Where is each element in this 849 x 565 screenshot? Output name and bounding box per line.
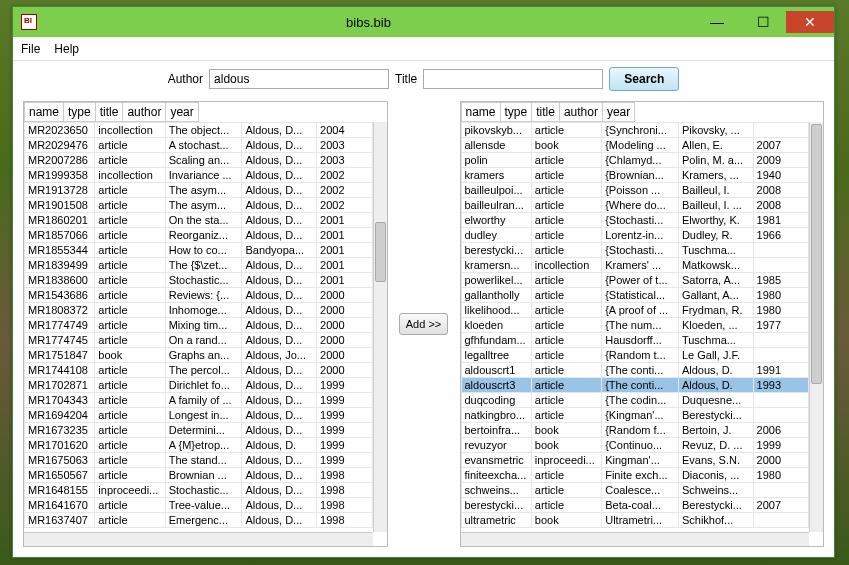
col-author[interactable]: author (123, 103, 166, 122)
col-year[interactable]: year (602, 103, 634, 122)
table-row[interactable]: revuzyorbook{Continuo...Revuz, D. ...199… (461, 438, 809, 453)
left-table-wrap: name type title author year MR2023650inc… (23, 101, 388, 547)
table-row[interactable]: MR1650567articleBrownian ...Aldous, D...… (25, 468, 373, 483)
title-input[interactable] (423, 69, 603, 89)
maximize-button[interactable]: ☐ (740, 11, 786, 33)
table-row[interactable]: MR1839499articleThe {$\zet...Aldous, D..… (25, 258, 373, 273)
table-row[interactable]: berestycki...article{Stochasti...Tuschma… (461, 243, 809, 258)
cell-year (753, 408, 808, 423)
author-input[interactable] (209, 69, 389, 89)
table-row[interactable]: powerlikel...article{Power of t...Satorr… (461, 273, 809, 288)
table-row[interactable]: elworthyarticle{Stochasti...Elworthy, K.… (461, 213, 809, 228)
menu-file[interactable]: File (21, 42, 40, 56)
middle-panel: Add >> (394, 101, 454, 547)
cell-type: article (531, 318, 601, 333)
cell-year: 1998 (317, 483, 372, 498)
table-row[interactable]: MR1751847bookGraphs an...Aldous, Jo...20… (25, 348, 373, 363)
minimize-button[interactable]: — (694, 11, 740, 33)
cell-author: Matkowsk... (678, 258, 753, 273)
left-vscrollbar[interactable] (373, 122, 387, 532)
table-row[interactable]: schweins...articleCoalesce...Schweins... (461, 483, 809, 498)
cell-year: 2000 (317, 333, 372, 348)
table-row[interactable]: MR1774745articleOn a rand...Aldous, D...… (25, 333, 373, 348)
cell-name: MR1855344 (25, 243, 95, 258)
table-row[interactable]: MR1675063articleThe stand...Aldous, D...… (25, 453, 373, 468)
cell-year: 1940 (753, 168, 808, 183)
table-row[interactable]: natkingbro...article{Kingman'...Berestyc… (461, 408, 809, 423)
table-row[interactable]: evansmetricinproceedi...Kingman'...Evans… (461, 453, 809, 468)
table-row[interactable]: berestycki...articleBeta-coal...Berestyc… (461, 498, 809, 513)
table-row[interactable]: dudleyarticleLorentz-in...Dudley, R.1966 (461, 228, 809, 243)
table-row[interactable]: MR2023650incollectionThe object...Aldous… (25, 123, 373, 138)
table-row[interactable]: MR2007286articleScaling an...Aldous, D..… (25, 153, 373, 168)
table-row[interactable]: legalltreearticle{Random t...Le Gall, J.… (461, 348, 809, 363)
right-vscrollbar[interactable] (809, 122, 823, 532)
menu-help[interactable]: Help (54, 42, 79, 56)
table-row[interactable]: aldouscrt3article{The conti...Aldous, D.… (461, 378, 809, 393)
table-row[interactable]: MR1701620articleA {M}etrop...Aldous, D.1… (25, 438, 373, 453)
close-button[interactable]: ✕ (786, 11, 834, 33)
table-row[interactable]: likelihood...article{A proof of ...Frydm… (461, 303, 809, 318)
table-row[interactable]: gfhfundam...articleHausdorff...Tuschma..… (461, 333, 809, 348)
cell-type: book (531, 438, 601, 453)
table-row[interactable]: aldouscrt1article{The conti...Aldous, D.… (461, 363, 809, 378)
right-hscrollbar[interactable] (461, 532, 810, 546)
table-row[interactable]: MR1704343articleA family of ...Aldous, D… (25, 393, 373, 408)
cell-name: MR1641670 (25, 498, 95, 513)
table-row[interactable]: MR1901508articleThe asym...Aldous, D...2… (25, 198, 373, 213)
left-hscrollbar[interactable] (24, 532, 373, 546)
table-row[interactable]: bailleulpoi...article{Poisson ...Bailleu… (461, 183, 809, 198)
cell-title: {Synchroni... (602, 123, 679, 138)
table-row[interactable]: finiteexcha...articleFinite exch...Diaco… (461, 468, 809, 483)
table-row[interactable]: MR1838600articleStochastic...Aldous, D..… (25, 273, 373, 288)
table-row[interactable]: bailleulran...article{Where do...Bailleu… (461, 198, 809, 213)
table-row[interactable]: MR1673235articleDetermini...Aldous, D...… (25, 423, 373, 438)
col-name[interactable]: name (25, 103, 64, 122)
col-type[interactable]: type (64, 103, 96, 122)
table-row[interactable]: kloedenarticle{The num...Kloeden, ...197… (461, 318, 809, 333)
cell-author: Gallant, A... (678, 288, 753, 303)
table-row[interactable]: MR1641670articleTree-value...Aldous, D..… (25, 498, 373, 513)
table-row[interactable]: MR1694204articleLongest in...Aldous, D..… (25, 408, 373, 423)
table-row[interactable]: MR1774749articleMixing tim...Aldous, D..… (25, 318, 373, 333)
table-row[interactable]: duqcodingarticle{The codin...Duquesne... (461, 393, 809, 408)
cell-author: Schikhof... (678, 513, 753, 528)
table-row[interactable]: MR1648155inproceedi...Stochastic...Aldou… (25, 483, 373, 498)
cell-author: Aldous, D... (242, 408, 317, 423)
table-row[interactable]: MR1702871articleDirichlet fo...Aldous, D… (25, 378, 373, 393)
table-row[interactable]: MR1637407articleEmergenc...Aldous, D...1… (25, 513, 373, 528)
table-row[interactable]: MR2029476articleA stochast...Aldous, D..… (25, 138, 373, 153)
table-row[interactable]: MR1857066articleReorganiz...Aldous, D...… (25, 228, 373, 243)
table-row[interactable]: gallanthollyarticle{Statistical...Gallan… (461, 288, 809, 303)
cell-type: article (531, 348, 601, 363)
table-row[interactable]: MR1543686articleReviews: {...Aldous, D..… (25, 288, 373, 303)
table-row[interactable]: MR1855344articleHow to co...Bandyopa...2… (25, 243, 373, 258)
col-title[interactable]: title (532, 103, 560, 122)
cell-title: Reorganiz... (165, 228, 242, 243)
cell-author: Aldous, D... (242, 513, 317, 528)
table-row[interactable]: MR1860201articleOn the sta...Aldous, D..… (25, 213, 373, 228)
col-author[interactable]: author (559, 103, 602, 122)
table-row[interactable]: MR1913728articleThe asym...Aldous, D...2… (25, 183, 373, 198)
table-row[interactable]: MR1744108articleThe percol...Aldous, D..… (25, 363, 373, 378)
col-name[interactable]: name (461, 103, 500, 122)
cell-author: Aldous, D... (242, 498, 317, 513)
add-button[interactable]: Add >> (399, 313, 448, 335)
col-title[interactable]: title (95, 103, 123, 122)
table-row[interactable]: bertoinfra...book{Random f...Bertoin, J.… (461, 423, 809, 438)
cell-author: Aldous, D... (242, 453, 317, 468)
table-row[interactable]: kramersn...incollectionKramers' ...Matko… (461, 258, 809, 273)
col-type[interactable]: type (500, 103, 532, 122)
table-row[interactable]: polinarticle{Chlamyd...Polin, M. a...200… (461, 153, 809, 168)
cell-title: {Random t... (602, 348, 679, 363)
table-row[interactable]: allensdebook{Modeling ...Allen, E.2007 (461, 138, 809, 153)
table-row[interactable]: pikovskyb...article{Synchroni...Pikovsky… (461, 123, 809, 138)
table-row[interactable]: MR1808372articleInhomoge...Aldous, D...2… (25, 303, 373, 318)
col-year[interactable]: year (166, 103, 198, 122)
table-row[interactable]: MR1999358incollectionInvariance ...Aldou… (25, 168, 373, 183)
cell-type: article (95, 363, 165, 378)
cell-title: The {$\zet... (165, 258, 242, 273)
search-button[interactable]: Search (609, 67, 679, 91)
table-row[interactable]: ultrametricbookUltrametri...Schikhof... (461, 513, 809, 528)
table-row[interactable]: kramersarticle{Brownian...Kramers, ...19… (461, 168, 809, 183)
